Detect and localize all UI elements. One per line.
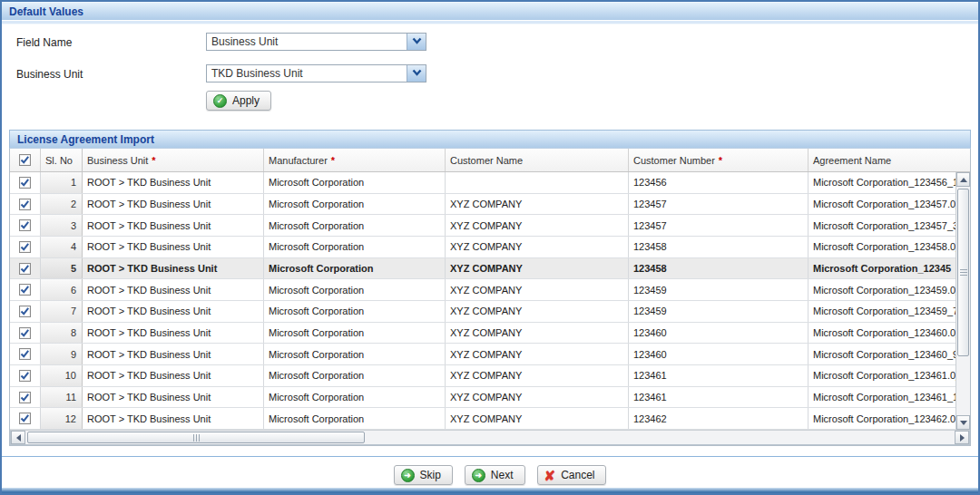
chevron-down-icon <box>411 67 423 81</box>
row-checkbox[interactable] <box>19 263 31 275</box>
column-header-business-unit[interactable]: Business Unit* <box>83 149 264 171</box>
row-checkbox[interactable] <box>19 370 31 382</box>
row-checkbox[interactable] <box>19 241 31 253</box>
row-checkbox[interactable] <box>19 327 31 339</box>
table-row[interactable]: 9 ROOT > TKD Business Unit Microsoft Cor… <box>10 344 956 365</box>
horizontal-scroll-thumb[interactable] <box>27 432 365 443</box>
footer-buttons: ➜ Skip ➜ Next ✘ Cancel <box>2 465 978 485</box>
row-checkbox[interactable] <box>19 392 31 403</box>
row-checkbox[interactable] <box>19 177 31 189</box>
table-row[interactable]: 11 ROOT > TKD Business Unit Microsoft Co… <box>10 387 956 409</box>
row-checkbox-cell <box>10 258 41 279</box>
table-row[interactable]: 12 ROOT > TKD Business Unit Microsoft Co… <box>10 408 956 430</box>
scroll-down-button[interactable] <box>956 415 970 430</box>
horizontal-scroll-track[interactable] <box>25 431 955 444</box>
field-name-select[interactable]: Business Unit <box>206 33 426 51</box>
scroll-left-button[interactable] <box>11 431 25 444</box>
manufacturer-cell: Microsoft Corporation <box>264 344 446 364</box>
manufacturer-cell: Microsoft Corporation <box>264 365 446 386</box>
row-checkbox[interactable] <box>19 348 31 360</box>
business-unit-dropdown-button[interactable] <box>407 65 426 82</box>
manufacturer-cell: Microsoft Corporation <box>264 408 446 429</box>
scroll-up-button[interactable] <box>956 172 970 187</box>
slno-cell: 5 <box>41 258 83 279</box>
slno-cell: 4 <box>41 237 83 257</box>
customer-name-cell: XYZ COMPANY <box>446 301 629 322</box>
vertical-scroll-track[interactable] <box>956 187 970 415</box>
table-row[interactable]: 7 ROOT > TKD Business Unit Microsoft Cor… <box>10 301 956 323</box>
vertical-scroll-thumb[interactable] <box>957 189 969 356</box>
row-checkbox[interactable] <box>19 306 31 317</box>
scroll-right-button[interactable] <box>955 431 969 444</box>
agreement-name-cell: Microsoft Corporation_123462.0 <box>808 408 956 429</box>
horizontal-scrollbar[interactable] <box>10 430 970 445</box>
cancel-button[interactable]: ✘ Cancel <box>537 465 607 485</box>
table-row[interactable]: 4 ROOT > TKD Business Unit Microsoft Cor… <box>10 237 956 258</box>
table-row[interactable]: 8 ROOT > TKD Business Unit Microsoft Cor… <box>10 323 956 345</box>
business-unit-value: TKD Business Unit <box>207 67 407 80</box>
arrow-right-icon <box>960 434 965 442</box>
column-header-agreement-name[interactable]: Agreement Name <box>808 149 956 171</box>
business-unit-cell: ROOT > TKD Business Unit <box>83 323 264 344</box>
agreement-name-cell: Microsoft Corporation_123459.0_ <box>808 279 956 300</box>
business-unit-cell: ROOT > TKD Business Unit <box>83 237 264 257</box>
customer-number-cell: 123457 <box>629 194 808 215</box>
row-checkbox-cell <box>10 408 41 429</box>
table-row[interactable]: 6 ROOT > TKD Business Unit Microsoft Cor… <box>10 279 956 301</box>
business-unit-cell: ROOT > TKD Business Unit <box>83 365 264 386</box>
column-header-customer-name[interactable]: Customer Name <box>446 149 629 171</box>
table-row[interactable]: 3 ROOT > TKD Business Unit Microsoft Cor… <box>10 215 956 237</box>
table-row[interactable]: 1 ROOT > TKD Business Unit Microsoft Cor… <box>10 172 956 194</box>
cancel-x-icon: ✘ <box>544 469 556 482</box>
column-header-customer-number[interactable]: Customer Number* <box>629 149 808 171</box>
manufacturer-cell: Microsoft Corporation <box>264 258 446 279</box>
business-unit-select[interactable]: TKD Business Unit <box>206 64 426 82</box>
customer-number-cell: 123456 <box>629 172 808 193</box>
business-unit-cell: ROOT > TKD Business Unit <box>83 301 264 322</box>
manufacturer-cell: Microsoft Corporation <box>264 323 446 344</box>
business-unit-cell: ROOT > TKD Business Unit <box>83 194 264 215</box>
license-agreement-panel: License Agreement Import Sl. No Business… <box>9 130 971 446</box>
select-all-checkbox[interactable] <box>19 154 31 166</box>
manufacturer-cell: Microsoft Corporation <box>264 172 446 193</box>
customer-name-cell <box>446 172 629 193</box>
row-checkbox-cell <box>10 172 41 193</box>
column-header-manufacturer[interactable]: Manufacturer* <box>264 149 446 171</box>
agreement-name-cell: Microsoft Corporation_123458.0_ <box>808 237 956 257</box>
row-checkbox[interactable] <box>19 284 31 296</box>
manufacturer-cell: Microsoft Corporation <box>264 387 446 408</box>
row-checkbox[interactable] <box>19 219 31 231</box>
next-button[interactable]: ➜ Next <box>465 465 525 485</box>
table-row[interactable]: 10 ROOT > TKD Business Unit Microsoft Co… <box>10 365 956 387</box>
column-header-slno[interactable]: Sl. No <box>41 149 83 171</box>
table-row[interactable]: 5 ROOT > TKD Business Unit Microsoft Cor… <box>10 258 956 280</box>
customer-number-cell: 123459 <box>629 301 808 322</box>
business-unit-cell: ROOT > TKD Business Unit <box>83 258 264 279</box>
row-checkbox-cell <box>10 387 41 408</box>
next-button-label: Next <box>491 469 514 481</box>
business-unit-cell: ROOT > TKD Business Unit <box>83 279 264 300</box>
arrow-up-icon <box>960 178 967 182</box>
slno-cell: 7 <box>41 301 83 322</box>
row-checkbox-cell <box>10 215 41 236</box>
skip-button[interactable]: ➜ Skip <box>394 465 453 485</box>
manufacturer-cell: Microsoft Corporation <box>264 301 446 322</box>
required-mark: * <box>331 155 335 166</box>
row-checkbox[interactable] <box>19 199 31 210</box>
row-checkbox-cell <box>10 279 41 300</box>
field-name-row: Field Name <box>16 36 202 49</box>
apply-button[interactable]: ✓ Apply <box>206 91 271 111</box>
apply-button-label: Apply <box>232 94 260 107</box>
customer-name-cell: XYZ COMPANY <box>446 279 629 300</box>
import-wizard-window: Default Values Field Name Business Unit … <box>0 0 980 495</box>
customer-number-cell: 123461 <box>629 365 808 386</box>
table-body-rows: 1 ROOT > TKD Business Unit Microsoft Cor… <box>10 172 956 430</box>
customer-number-cell: 123457 <box>629 215 808 236</box>
row-checkbox[interactable] <box>19 412 31 424</box>
vertical-scrollbar[interactable] <box>956 172 970 430</box>
table-row[interactable]: 2 ROOT > TKD Business Unit Microsoft Cor… <box>10 194 956 216</box>
agreement-name-cell: Microsoft Corporation_123460_9 <box>808 344 956 364</box>
customer-number-cell: 123460 <box>629 323 808 344</box>
slno-cell: 6 <box>41 279 83 300</box>
field-name-dropdown-button[interactable] <box>407 34 426 50</box>
